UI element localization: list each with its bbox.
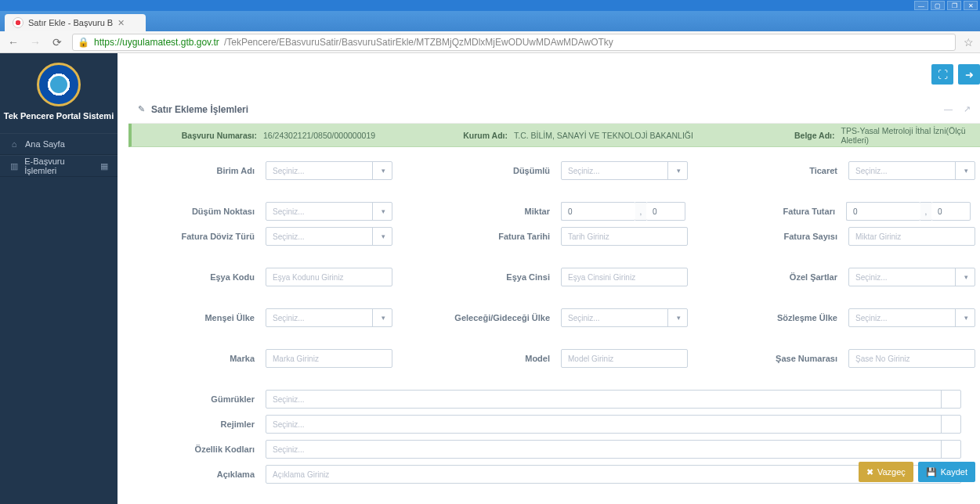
window-minimize-button[interactable]: — [914, 1, 928, 10]
nav-forward-button[interactable]: → [28, 36, 42, 49]
nav-back-button[interactable]: ← [6, 36, 20, 49]
url-input[interactable]: 🔒 https://uygulamatest.gtb.gov.tr/TekPen… [72, 34, 956, 51]
tab-title: Satır Ekle - Başvuru B [28, 18, 113, 27]
url-path: /TekPencere/EBasvuruSatir/BasvuruSatirEk… [224, 37, 613, 48]
window-maximize2-button[interactable]: ❐ [947, 1, 961, 10]
nav-reload-button[interactable]: ⟳ [50, 36, 64, 49]
browser-addressbar: ← → ⟳ 🔒 https://uygulamatest.gtb.gov.tr/… [0, 31, 980, 53]
tab-close-icon[interactable]: ✕ [118, 18, 125, 28]
window-close-button[interactable]: ✕ [964, 1, 978, 10]
bookmark-star-icon[interactable]: ☆ [964, 36, 974, 49]
window-titlebar: — ▢ ❐ ✕ [0, 0, 980, 11]
favicon-icon [13, 17, 24, 28]
lock-icon: 🔒 [78, 37, 89, 48]
browser-tab[interactable]: Satır Ekle - Başvuru B ✕ [5, 14, 146, 31]
browser-tabbar: Satır Ekle - Başvuru B ✕ [0, 11, 980, 31]
url-host: https://uygulamatest.gtb.gov.tr [94, 37, 219, 48]
window-maximize-button[interactable]: ▢ [931, 1, 945, 10]
